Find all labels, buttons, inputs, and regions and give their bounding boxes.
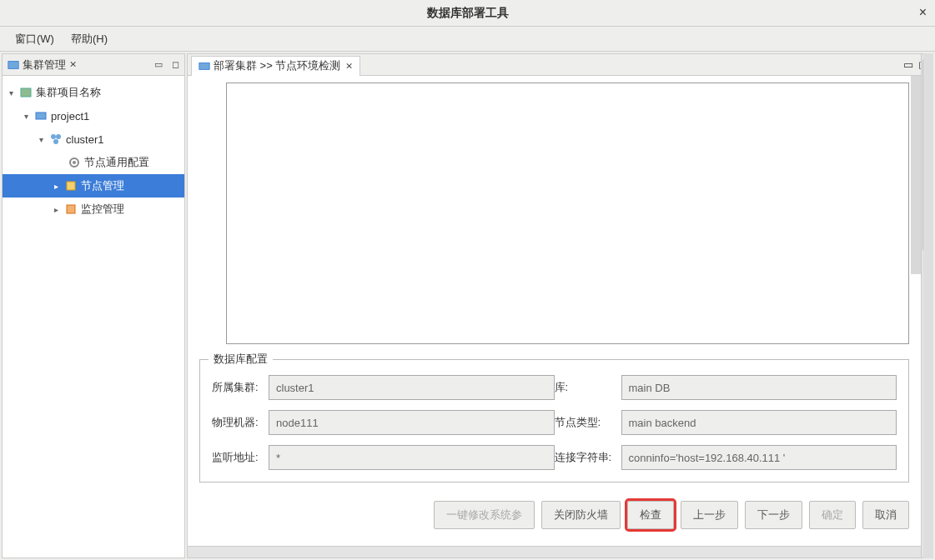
- modify-params-button[interactable]: 一键修改系统参: [434, 501, 535, 529]
- tree-monitor-mgmt[interactable]: ▸ 监控管理: [3, 198, 184, 221]
- tree-root-label: 集群项目名称: [36, 85, 101, 100]
- window-titlebar: 数据库部署工具 ×: [0, 0, 935, 27]
- db-config-fieldset: 数据库配置 所属集群: 库: 物理机器:: [199, 359, 909, 482]
- left-panel-header: 集群管理 ⨯ ▭ ◻: [3, 54, 184, 76]
- tree-node-mgmt[interactable]: ▸ 节点管理: [3, 174, 184, 198]
- tree-node-mgmt-label: 节点管理: [81, 178, 124, 193]
- window-title: 数据库部署工具: [427, 6, 509, 21]
- tree-project[interactable]: ▾ project1: [3, 104, 184, 128]
- form-row-2: 物理机器: 节点类型:: [212, 410, 897, 435]
- svg-point-7: [73, 161, 76, 164]
- expander-icon[interactable]: ▸: [54, 205, 64, 214]
- tree-node-config-label: 节点通用配置: [84, 155, 149, 170]
- expander-icon[interactable]: ▾: [9, 88, 19, 98]
- button-row: 一键修改系统参 关闭防火墙 检查 上一步 下一步 确定 取消: [199, 498, 909, 539]
- label-listen-addr: 监听地址:: [212, 450, 269, 465]
- svg-rect-8: [67, 182, 75, 190]
- editor-tab[interactable]: 部署集群 >> 节点环境检测 ⨯: [191, 56, 360, 76]
- form-row-1: 所属集群: 库:: [212, 375, 897, 400]
- tree-cluster[interactable]: ▾ cluster1: [3, 128, 184, 151]
- menu-help[interactable]: 帮助(H): [63, 28, 116, 50]
- editor-tab-label: 部署集群 >> 节点环境检测: [214, 58, 340, 73]
- cluster-icon: [8, 59, 19, 71]
- content-area: 数据库配置 所属集群: 库: 物理机器:: [188, 76, 932, 546]
- left-panel: 集群管理 ⨯ ▭ ◻ ▾ 集群项目名称 ▾ project1 ▾ cluster…: [2, 53, 185, 558]
- svg-point-5: [53, 139, 58, 144]
- form-row-3: 监听地址: 连接字符串:: [212, 445, 897, 470]
- tree-view: ▾ 集群项目名称 ▾ project1 ▾ cluster1 节点通用配置 ▸: [3, 76, 184, 558]
- gear-icon: [68, 156, 81, 169]
- cancel-button[interactable]: 取消: [862, 501, 909, 529]
- tab-close-icon[interactable]: ⨯: [345, 61, 353, 72]
- right-panel: 部署集群 >> 节点环境检测 ⨯ ▭ ◻ 数据库配置 所属集群: 库: [187, 53, 933, 558]
- label-cluster: 所属集群:: [212, 380, 269, 395]
- label-node-type: 节点类型:: [555, 415, 621, 430]
- folder-icon: [199, 60, 210, 72]
- expander-icon[interactable]: ▾: [39, 135, 49, 144]
- output-box: [226, 82, 909, 344]
- project-root-icon: [19, 86, 33, 99]
- outer-vertical-scrollbar[interactable]: [923, 53, 933, 558]
- expander-icon[interactable]: ▾: [24, 112, 34, 121]
- horizontal-scrollbar[interactable]: [188, 546, 932, 558]
- window-close-button[interactable]: ×: [919, 5, 927, 20]
- label-conn-str: 连接字符串:: [555, 450, 621, 465]
- menubar: 窗口(W) 帮助(H): [0, 27, 935, 52]
- svg-rect-9: [67, 205, 75, 213]
- svg-point-4: [56, 134, 61, 139]
- tree-cluster-label: cluster1: [66, 133, 104, 146]
- ok-button[interactable]: 确定: [809, 501, 856, 529]
- input-listen-addr[interactable]: [269, 445, 555, 470]
- input-db[interactable]: [621, 375, 897, 400]
- fieldset-legend: 数据库配置: [209, 352, 273, 367]
- menu-window[interactable]: 窗口(W): [7, 28, 63, 50]
- node-mgmt-icon: [64, 179, 78, 192]
- monitor-icon: [64, 202, 78, 216]
- cluster-icon: [49, 132, 63, 146]
- minimize-editor-icon[interactable]: ▭: [903, 58, 913, 71]
- minimize-panel-icon[interactable]: ▭: [153, 59, 164, 71]
- label-db: 库:: [555, 380, 578, 395]
- input-node-type[interactable]: [621, 410, 897, 435]
- svg-rect-10: [199, 63, 209, 70]
- svg-rect-0: [8, 61, 18, 68]
- left-tab-close-icon[interactable]: ⨯: [69, 59, 77, 70]
- expander-icon[interactable]: ▸: [54, 182, 64, 191]
- right-tab-area: 部署集群 >> 节点环境检测 ⨯ ▭ ◻: [188, 54, 932, 76]
- workspace: 集群管理 ⨯ ▭ ◻ ▾ 集群项目名称 ▾ project1 ▾ cluster…: [0, 52, 935, 560]
- svg-point-3: [51, 134, 56, 139]
- svg-rect-1: [21, 88, 31, 97]
- tree-node-config[interactable]: 节点通用配置: [3, 151, 184, 174]
- check-button[interactable]: 检查: [627, 501, 674, 529]
- input-machine[interactable]: [269, 410, 555, 435]
- input-conn-str[interactable]: [621, 445, 897, 470]
- tree-monitor-mgmt-label: 监控管理: [81, 202, 124, 217]
- maximize-panel-icon[interactable]: ◻: [169, 59, 181, 71]
- tree-root[interactable]: ▾ 集群项目名称: [3, 81, 184, 104]
- label-machine: 物理机器:: [212, 415, 269, 430]
- project-icon: [34, 109, 48, 122]
- close-firewall-button[interactable]: 关闭防火墙: [541, 501, 621, 529]
- input-cluster[interactable]: [269, 375, 555, 400]
- next-button[interactable]: 下一步: [745, 501, 802, 529]
- left-panel-title: 集群管理: [23, 58, 66, 72]
- tree-project-label: project1: [51, 110, 89, 122]
- svg-rect-2: [36, 112, 46, 119]
- prev-button[interactable]: 上一步: [681, 501, 738, 529]
